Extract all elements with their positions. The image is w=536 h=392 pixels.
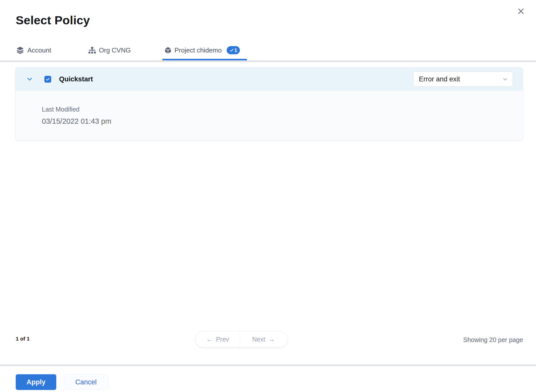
cube-icon xyxy=(164,47,172,54)
select-policy-modal: Select Policy Account xyxy=(0,0,536,392)
cancel-button[interactable]: Cancel xyxy=(64,374,108,390)
per-page-info: Showing 20 per page xyxy=(463,336,523,344)
policy-card: Quickstart Error and exit Last Modified … xyxy=(15,67,523,140)
tab-org-label: Org CVNG xyxy=(99,46,131,54)
policy-row-details: Last Modified 03/15/2022 01:43 pm xyxy=(15,91,523,126)
tab-project-chidemo[interactable]: Project chidemo 1 xyxy=(164,45,240,55)
next-page-button[interactable]: Next → xyxy=(240,331,287,347)
policy-checkbox[interactable] xyxy=(44,76,51,83)
tab-org-cvng[interactable]: Org CVNG xyxy=(88,45,131,55)
page-count: 1 of 1 xyxy=(16,336,30,342)
modal-title: Select Policy xyxy=(16,13,90,27)
prev-page-button[interactable]: ← Prev xyxy=(196,331,240,347)
tab-account[interactable]: Account xyxy=(16,45,51,55)
tab-project-label: Project chidemo xyxy=(174,46,222,54)
chevron-down-icon xyxy=(502,76,509,83)
check-icon xyxy=(229,48,234,52)
last-modified-value: 03/15/2022 01:43 pm xyxy=(42,117,523,126)
close-icon xyxy=(517,7,525,15)
apply-button[interactable]: Apply xyxy=(16,374,56,390)
last-modified-label: Last Modified xyxy=(42,106,523,113)
org-chart-icon xyxy=(88,47,96,54)
tab-account-label: Account xyxy=(27,46,51,54)
footer-divider xyxy=(0,364,536,366)
chevron-down-icon xyxy=(26,76,33,83)
prev-label: Prev xyxy=(216,336,229,343)
badge-count: 1 xyxy=(234,47,237,53)
pager: ← Prev Next → xyxy=(195,331,288,347)
tabs-divider xyxy=(0,60,536,62)
row-expander-button[interactable] xyxy=(26,76,33,83)
layers-icon xyxy=(16,46,25,55)
next-label: Next xyxy=(252,336,265,343)
arrow-right-icon: → xyxy=(268,335,275,343)
check-icon xyxy=(45,77,50,82)
selected-count-badge: 1 xyxy=(227,46,240,54)
policy-row-header: Quickstart Error and exit xyxy=(15,67,523,91)
policy-action-select[interactable]: Error and exit xyxy=(413,72,513,87)
policy-action-value: Error and exit xyxy=(419,75,502,83)
arrow-left-icon: ← xyxy=(206,335,213,343)
close-button[interactable] xyxy=(515,5,527,17)
policy-name: Quickstart xyxy=(59,75,93,83)
